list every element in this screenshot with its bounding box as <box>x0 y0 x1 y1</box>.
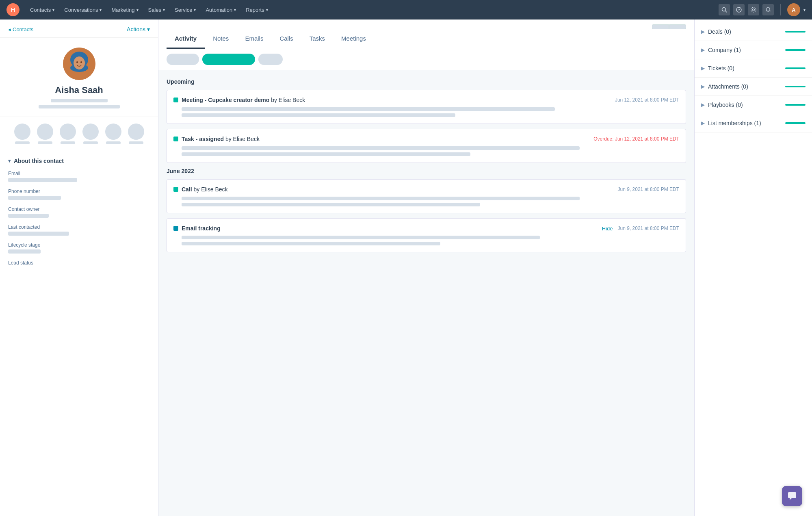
tab-activity[interactable]: Activity <box>167 29 205 49</box>
action-label-5 <box>106 141 121 144</box>
tab-tasks[interactable]: Tasks <box>301 29 333 49</box>
tab-meetings[interactable]: Meetings <box>333 29 374 49</box>
tickets-chevron-icon: ▶ <box>701 65 705 71</box>
user-avatar[interactable]: A <box>787 3 800 16</box>
nav-settings-icon[interactable] <box>748 4 759 15</box>
action-circle-3 <box>60 124 76 140</box>
timeline-btn-1[interactable] <box>652 24 669 29</box>
nav-conversations[interactable]: Conversations▾ <box>60 4 106 15</box>
svg-marker-15 <box>790 498 792 500</box>
hide-button[interactable]: Hide <box>602 225 613 232</box>
tickets-header: ▶ Tickets (0) <box>701 65 806 72</box>
company-title[interactable]: ▶ Company (1) <box>701 47 741 53</box>
card-task-skeleton <box>173 146 679 156</box>
filter-chip-1[interactable] <box>167 54 199 65</box>
field-owner-value <box>8 214 49 218</box>
filter-chip-2-active[interactable] <box>202 54 255 65</box>
svg-text:?: ? <box>738 8 740 12</box>
action-icon-3[interactable] <box>60 124 76 144</box>
company-chevron-icon: ▶ <box>701 47 705 53</box>
right-section-tickets: ▶ Tickets (0) <box>695 59 812 78</box>
company-bar <box>785 49 806 51</box>
tab-emails[interactable]: Emails <box>237 29 271 49</box>
timeline-btn-2[interactable] <box>669 24 686 29</box>
action-icon-6[interactable] <box>128 124 144 144</box>
user-menu-chevron[interactable]: ▾ <box>803 8 806 12</box>
card-meeting-header: Meeting - Cupcake creator demo by Elise … <box>173 97 679 103</box>
playbooks-header: ▶ Playbooks (0) <box>701 102 806 108</box>
card-meeting-line2 <box>182 113 455 117</box>
right-section-list-memberships: ▶ List memberships (1) <box>695 114 812 132</box>
tickets-title[interactable]: ▶ Tickets (0) <box>701 65 734 72</box>
field-last-contacted-value <box>8 232 69 236</box>
activity-card-task: Task - assigned by Elise Beck Overdue: J… <box>167 129 686 163</box>
chat-bubble-button[interactable] <box>782 486 802 506</box>
svg-point-12 <box>76 61 78 63</box>
svg-point-11 <box>74 56 85 69</box>
action-icon-4[interactable] <box>82 124 99 144</box>
tab-calls[interactable]: Calls <box>271 29 301 49</box>
card-email-skeleton <box>173 236 679 245</box>
nav-search-icon[interactable] <box>719 4 730 15</box>
company-header: ▶ Company (1) <box>701 47 806 53</box>
card-dot-task <box>173 137 178 141</box>
nav-help-icon[interactable]: ? <box>733 4 745 15</box>
field-phone-label: Phone number <box>8 189 150 194</box>
card-call-title: Call by Elise Beck <box>182 186 228 193</box>
about-section: ▾ About this contact Email Phone number … <box>0 151 158 279</box>
card-task-header: Task - assigned by Elise Beck Overdue: J… <box>173 136 679 142</box>
list-memberships-title[interactable]: ▶ List memberships (1) <box>701 120 761 126</box>
card-email-header: Email tracking Hide Jun 9, 2021 at 8:00 … <box>173 225 679 232</box>
nav-contacts[interactable]: Contacts▾ <box>26 4 58 15</box>
nav-reports[interactable]: Reports▾ <box>242 4 272 15</box>
activity-card-email: Email tracking Hide Jun 9, 2021 at 8:00 … <box>167 218 686 252</box>
svg-rect-14 <box>788 492 796 498</box>
card-call-timestamp: Jun 9, 2021 at 8:00 PM EDT <box>618 186 679 192</box>
action-icon-5[interactable] <box>105 124 121 144</box>
tab-notes[interactable]: Notes <box>205 29 237 49</box>
deals-title[interactable]: ▶ Deals (0) <box>701 28 731 35</box>
action-label-1 <box>15 141 30 144</box>
action-icon-1[interactable] <box>14 124 30 144</box>
back-to-contacts[interactable]: ◂ Contacts <box>8 26 33 33</box>
actions-button[interactable]: Actions ▾ <box>127 26 150 33</box>
activity-tabs: Activity Notes Emails Calls Tasks Meetin… <box>158 29 694 49</box>
svg-line-3 <box>725 11 727 13</box>
card-meeting-line1 <box>182 107 555 111</box>
nav-right-area: ? A ▾ <box>719 3 806 16</box>
filter-bar <box>158 49 694 70</box>
attachments-chevron-icon: ▶ <box>701 84 705 89</box>
about-header[interactable]: ▾ About this contact <box>8 158 150 164</box>
nav-automation[interactable]: Automation▾ <box>201 4 240 15</box>
action-label-3 <box>61 141 75 144</box>
field-lifecycle-label: Lifecycle stage <box>8 242 150 248</box>
nav-notifications-icon[interactable] <box>762 4 774 15</box>
right-section-playbooks: ▶ Playbooks (0) <box>695 96 812 114</box>
field-lifecycle: Lifecycle stage <box>8 242 150 254</box>
hubspot-logo[interactable]: H <box>6 3 19 16</box>
card-email-timestamp: Jun 9, 2021 at 8:00 PM EDT <box>618 225 679 231</box>
card-call-header: Call by Elise Beck Jun 9, 2021 at 8:00 P… <box>173 186 679 193</box>
nav-sales[interactable]: Sales▾ <box>144 4 169 15</box>
svg-point-6 <box>753 9 755 11</box>
card-call-line1 <box>182 197 580 200</box>
nav-service[interactable]: Service▾ <box>171 4 200 15</box>
activity-card-meeting: Meeting - Cupcake creator demo by Elise … <box>167 90 686 124</box>
field-last-contacted: Last contacted <box>8 224 150 236</box>
nav-divider <box>780 4 781 15</box>
action-label-2 <box>38 141 52 144</box>
card-email-line1 <box>182 236 540 239</box>
card-meeting-skeleton <box>173 107 679 117</box>
contact-name-sub <box>8 99 150 108</box>
action-icon-2[interactable] <box>37 124 53 144</box>
card-call-line2 <box>182 203 480 206</box>
field-email-value <box>8 178 77 182</box>
action-circle-6 <box>128 124 144 140</box>
attachments-title[interactable]: ▶ Attachments (0) <box>701 83 748 90</box>
filter-chip-3[interactable] <box>258 54 283 65</box>
card-email-title: Email tracking <box>182 225 221 232</box>
playbooks-title[interactable]: ▶ Playbooks (0) <box>701 102 743 108</box>
card-task-line1 <box>182 146 580 150</box>
nav-marketing[interactable]: Marketing▾ <box>107 4 142 15</box>
timeline-controls <box>158 20 694 29</box>
